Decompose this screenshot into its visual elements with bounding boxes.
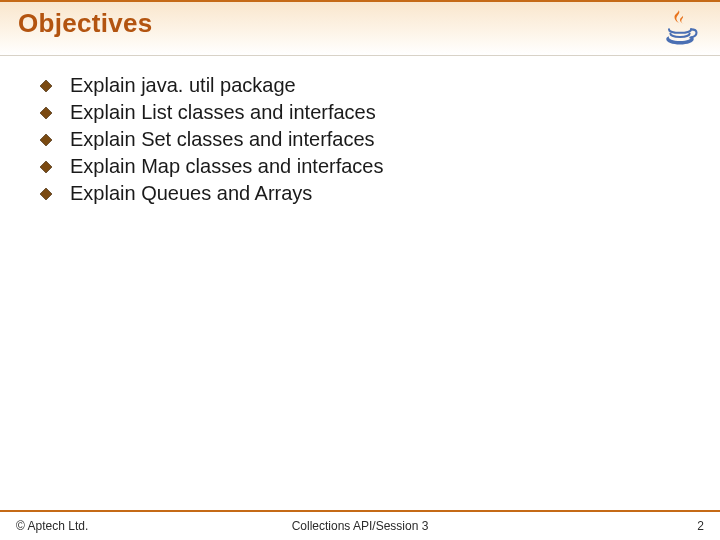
svg-marker-2: [40, 134, 52, 146]
slide-title: Objectives: [18, 8, 153, 39]
slide: Objectives Explain java. util: [0, 0, 720, 540]
diamond-bullet-icon: [40, 161, 52, 173]
svg-marker-0: [40, 80, 52, 92]
svg-marker-1: [40, 107, 52, 119]
svg-marker-3: [40, 161, 52, 173]
slide-body: Explain java. util package Explain List …: [0, 56, 720, 510]
list-item-text: Explain Map classes and interfaces: [70, 155, 384, 178]
list-item: Explain java. util package: [40, 74, 704, 97]
list-item-text: Explain List classes and interfaces: [70, 101, 376, 124]
list-item: Explain Set classes and interfaces: [40, 128, 704, 151]
footer-page-number: 2: [697, 519, 704, 533]
java-logo-icon: [658, 6, 702, 50]
slide-header: Objectives: [0, 0, 720, 56]
list-item-text: Explain java. util package: [70, 74, 296, 97]
list-item-text: Explain Queues and Arrays: [70, 182, 312, 205]
diamond-bullet-icon: [40, 188, 52, 200]
objectives-list: Explain java. util package Explain List …: [40, 74, 704, 205]
diamond-bullet-icon: [40, 134, 52, 146]
svg-marker-4: [40, 188, 52, 200]
diamond-bullet-icon: [40, 107, 52, 119]
list-item: Explain List classes and interfaces: [40, 101, 704, 124]
diamond-bullet-icon: [40, 80, 52, 92]
slide-footer: © Aptech Ltd. Collections API/Session 3 …: [0, 510, 720, 540]
list-item-text: Explain Set classes and interfaces: [70, 128, 375, 151]
footer-session: Collections API/Session 3: [0, 519, 720, 533]
footer-copyright: © Aptech Ltd.: [16, 519, 88, 533]
list-item: Explain Queues and Arrays: [40, 182, 704, 205]
list-item: Explain Map classes and interfaces: [40, 155, 704, 178]
